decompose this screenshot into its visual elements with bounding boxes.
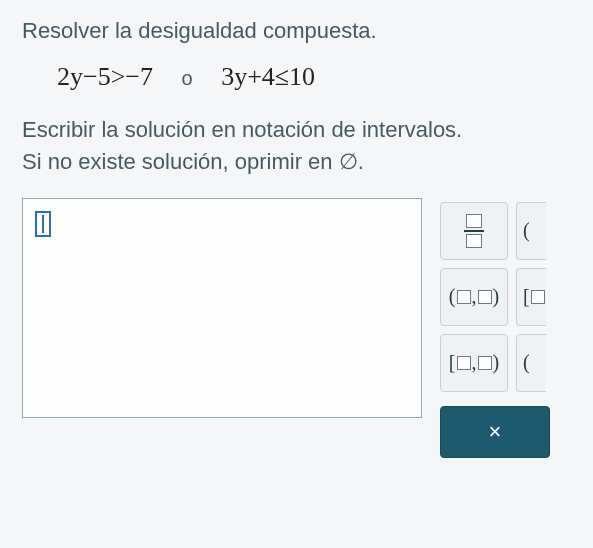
answer-input-box[interactable] (22, 198, 422, 418)
empty-set-symbol: ∅ (339, 149, 358, 174)
answer-cursor-icon (35, 211, 51, 237)
palette-partial-button-2[interactable]: ( (516, 334, 546, 392)
close-button[interactable]: × (440, 406, 550, 458)
palette-closed-open-partial-button[interactable]: [ (516, 268, 546, 326)
instruction-line-1: Escribir la solución en notación de inte… (22, 114, 593, 146)
equation-left: 2y−5>−7 (57, 62, 153, 91)
palette-partial-button-1[interactable]: ( (516, 202, 546, 260)
palette-fraction-button[interactable] (440, 202, 508, 260)
equation-right: 3y+4≤10 (221, 62, 315, 91)
equation-or: o (182, 67, 193, 90)
work-area: ( (,) [ [,) ( × (22, 198, 593, 458)
palette-open-open-interval-button[interactable]: (,) (440, 268, 508, 326)
symbol-palette: ( (,) [ [,) ( × (440, 198, 550, 458)
instructions: Escribir la solución en notación de inte… (22, 114, 593, 178)
close-icon: × (489, 419, 502, 445)
problem-heading: Resolver la desigualdad compuesta. (22, 18, 593, 44)
palette-closed-open-interval-button[interactable]: [,) (440, 334, 508, 392)
fraction-icon (464, 214, 484, 248)
instruction-line-2: Si no existe solución, oprimir en ∅. (22, 146, 593, 178)
equation-row: 2y−5>−7 o 3y+4≤10 (57, 62, 593, 92)
